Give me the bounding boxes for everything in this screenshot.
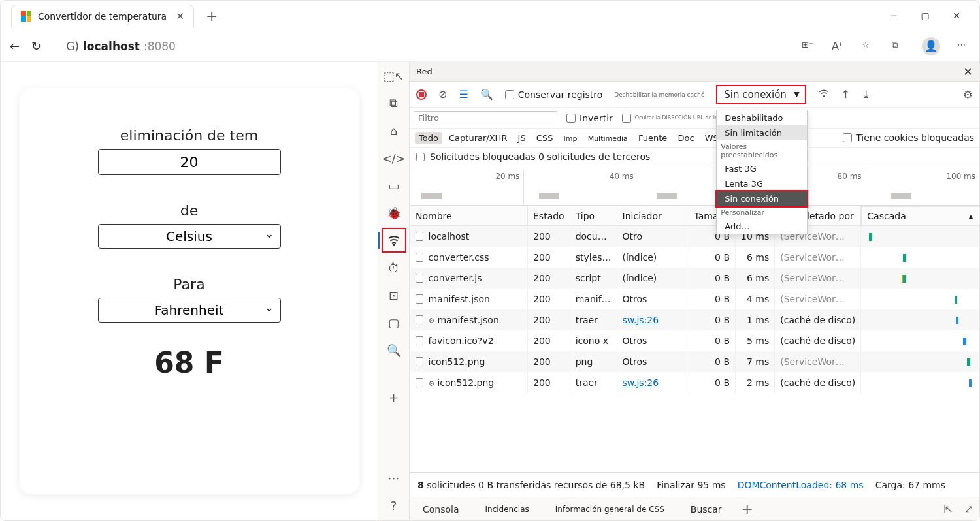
filter-icon[interactable]: ☰ xyxy=(459,88,468,101)
type-filter-multimedia[interactable]: Multimedia xyxy=(584,133,632,144)
network-conditions-icon[interactable] xyxy=(818,87,830,102)
console-icon[interactable]: ▭ xyxy=(387,178,401,193)
col-initiator[interactable]: Iniciador xyxy=(617,206,689,226)
type-filter-fuente[interactable]: Fuente xyxy=(634,132,671,144)
close-icon[interactable]: ✕ xyxy=(952,10,961,21)
download-icon[interactable]: ⤓ xyxy=(862,88,870,101)
refresh-icon[interactable]: ↻ xyxy=(31,39,41,53)
url-prefix: G) xyxy=(66,40,79,53)
throttle-presets-label: Valores preestablecidos xyxy=(717,140,807,161)
network-row[interactable]: localhost 200docu…Otro 0 B10 ms (Service… xyxy=(410,226,979,247)
throttle-fast-3g[interactable]: Fast 3G xyxy=(717,161,807,176)
throttle-no-limit[interactable]: Sin limitación xyxy=(717,125,807,140)
settings-icon[interactable]: ⚙ xyxy=(963,88,973,101)
welcome-icon[interactable]: ⌂ xyxy=(387,123,401,138)
col-name[interactable]: Nombre xyxy=(410,206,528,226)
network-status-bar: 8 solicitudes 0 B transferidas recursos … xyxy=(410,473,979,497)
drawer-dock-icon[interactable]: ⇱ xyxy=(944,503,953,515)
network-row[interactable]: ⚙icon512.png 200traersw.js:26 0 B2 ms (c… xyxy=(410,372,979,393)
throttle-slow-3g[interactable]: Lenta 3G xyxy=(717,176,807,191)
type-filter-doc[interactable]: Doc xyxy=(674,132,698,144)
browser-tab[interactable]: Convertidor de temperatura ✕ xyxy=(11,5,194,27)
more-icon[interactable]: ⋯ xyxy=(387,471,401,485)
network-row[interactable]: icon512.png 200pngOtros 0 B7 ms (Service… xyxy=(410,351,979,372)
url-port: :8080 xyxy=(144,40,176,53)
memory-icon[interactable]: ⊡ xyxy=(387,288,401,302)
col-status[interactable]: Estado xyxy=(528,206,570,226)
from-label: de xyxy=(72,202,307,219)
initiator-link[interactable]: sw.js:26 xyxy=(623,315,659,325)
temperature-input[interactable] xyxy=(98,149,281,175)
from-unit-select[interactable]: Celsius xyxy=(98,224,281,249)
clear-icon[interactable]: ⊘ xyxy=(438,88,447,101)
type-filter-capturar/xhr[interactable]: Capturar/XHR xyxy=(445,132,511,144)
col-type[interactable]: Tipo xyxy=(570,206,617,226)
svg-point-0 xyxy=(393,244,395,245)
to-label: Para xyxy=(72,276,307,292)
type-filter-todo[interactable]: Todo xyxy=(415,132,442,144)
read-aloud-icon[interactable]: A⁾ xyxy=(832,40,845,53)
preserve-log-checkbox[interactable]: Conservar registro xyxy=(505,89,603,100)
application-icon[interactable]: ▢ xyxy=(387,315,401,330)
elements-icon[interactable]: </> xyxy=(387,151,401,165)
profile-avatar[interactable]: 👤 xyxy=(922,37,940,55)
network-toolbar: ⊘ ☰ 🔍 Conservar registro Deshabilitar la… xyxy=(410,82,979,108)
extensions-icon[interactable]: ⊞⁺ xyxy=(802,40,815,53)
security-icon[interactable]: 🔍 xyxy=(387,343,401,357)
drawer-css-overview-tab[interactable]: Información general de CSS xyxy=(549,501,671,518)
type-filter-imp[interactable]: Imp xyxy=(560,133,581,144)
network-row[interactable]: favicon.ico?v2 200icono xOtros 0 B5 ms (… xyxy=(410,330,979,351)
type-filter-css[interactable]: CSS xyxy=(532,132,557,144)
invert-checkbox[interactable]: Invertir xyxy=(566,113,613,123)
collections-icon[interactable]: ⧉ xyxy=(892,40,905,53)
devtools: ⬚↖ ⧉ ⌂ </> ▭ 🐞 ⏱ ⊡ ▢ 🔍 + ⋯ ? xyxy=(378,62,979,520)
network-row[interactable]: converter.css 200styles…(índice) 0 B6 ms… xyxy=(410,247,979,268)
favicon-icon xyxy=(21,11,31,22)
menu-icon[interactable]: ⋯ xyxy=(957,40,970,53)
drawer-console-tab[interactable]: Consola xyxy=(416,500,466,518)
throttling-menu: Deshabilitado Sin limitación Valores pre… xyxy=(716,110,808,234)
svg-point-1 xyxy=(823,95,825,97)
tab-title: Convertidor de temperatura xyxy=(38,11,169,22)
sources-icon[interactable]: 🐞 xyxy=(387,206,401,220)
favorites-icon[interactable]: ☆ xyxy=(862,40,875,53)
tab-close-icon[interactable]: ✕ xyxy=(176,10,184,22)
help-icon[interactable]: ? xyxy=(387,498,401,513)
record-button[interactable] xyxy=(416,89,427,100)
network-timeline[interactable]: 20 ms40 ms80 ms100 ms xyxy=(410,166,979,206)
network-row[interactable]: manifest.json 200manif…Otros 0 B4 ms (Se… xyxy=(410,289,979,309)
network-icon[interactable] xyxy=(387,233,401,247)
throttle-add[interactable]: Add… xyxy=(717,219,807,234)
drawer-expand-icon[interactable]: ⤢ xyxy=(964,503,973,515)
network-row[interactable]: converter.js 200script(índice) 0 B6 ms (… xyxy=(410,268,979,289)
more-tools-icon[interactable]: + xyxy=(387,390,401,404)
drawer-search-tab[interactable]: Buscar xyxy=(684,500,728,518)
type-filter-js[interactable]: JS xyxy=(514,132,530,144)
address-bar: ← ↻ G) localhost :8080 ⊞⁺ A⁾ ☆ ⧉ 👤 ⋯ xyxy=(1,31,979,62)
blocked-requests-checkbox[interactable] xyxy=(416,153,425,161)
blocked-cookies-checkbox[interactable]: Tiene cookies bloqueadas xyxy=(843,133,974,143)
back-icon[interactable]: ← xyxy=(10,39,20,53)
filter-input[interactable] xyxy=(414,111,557,125)
maximize-icon[interactable]: ▢ xyxy=(921,10,930,21)
device-icon[interactable]: ⧉ xyxy=(387,96,401,110)
inspect-icon[interactable]: ⬚↖ xyxy=(387,69,401,83)
new-tab-button[interactable]: + xyxy=(206,8,218,24)
performance-icon[interactable]: ⏱ xyxy=(387,260,401,275)
url-field[interactable]: G) localhost :8080 xyxy=(66,40,176,53)
throttling-select[interactable]: Sin conexión xyxy=(716,85,806,104)
to-unit-select[interactable]: Fahrenheit xyxy=(98,298,281,323)
col-waterfall[interactable]: Cascada▴ xyxy=(861,206,979,226)
initiator-link[interactable]: sw.js:26 xyxy=(623,377,659,388)
drawer-add-tab[interactable]: + xyxy=(742,501,753,517)
throttle-disabled[interactable]: Deshabilitado xyxy=(717,110,807,125)
panel-title: Red xyxy=(416,67,433,76)
minimize-icon[interactable]: ─ xyxy=(889,10,898,21)
drawer-issues-tab[interactable]: Incidencias xyxy=(479,501,536,518)
upload-icon[interactable]: ↑ xyxy=(841,88,850,101)
devtools-close-icon[interactable]: ✕ xyxy=(963,65,973,78)
throttle-offline[interactable]: Sin conexión xyxy=(717,191,807,206)
converter-card: eliminación de tem de Celsius Para Fahre… xyxy=(20,88,359,494)
network-row[interactable]: ⚙manifest.json 200traersw.js:26 0 B1 ms … xyxy=(410,309,979,330)
search-icon[interactable]: 🔍 xyxy=(480,88,493,101)
